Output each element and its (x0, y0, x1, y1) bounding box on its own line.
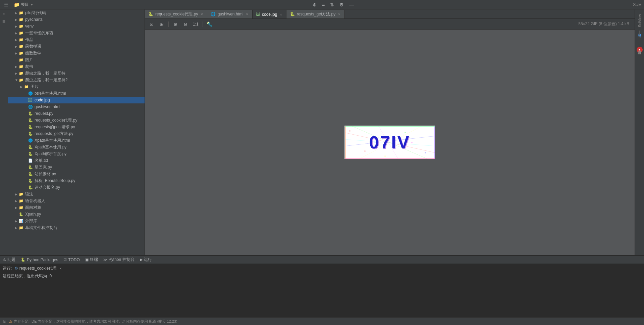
tree-item-images[interactable]: ▶ 📁 图片 (8, 56, 145, 63)
tree-item-works[interactable]: ▶ 📁 作品 (8, 36, 145, 43)
tree-item-xpath-py[interactable]: ▶ 🐍 Xpath基本使用.py (8, 144, 145, 150)
arrow-icon: ▶ (15, 31, 19, 35)
svg-rect-17 (345, 158, 435, 159)
project-label[interactable]: 项目 ▼ (21, 2, 34, 7)
arrow-icon: ▶ (15, 206, 19, 210)
sidebar: ▶ 📁 piloβ行代码 ▶ 📁 pyecharts ▶ 📁 venv (8, 9, 145, 255)
actual-size-btn[interactable]: ⊞ (158, 20, 166, 28)
arrow-icon: ▶ (15, 226, 19, 230)
py-file-icon: 🐍 (28, 125, 34, 129)
warning-icon: ⚠ (3, 258, 6, 262)
tree-item-req-cookie[interactable]: ▶ 🐍 requests_cookie代理.py (8, 117, 145, 124)
tree-item-beautifulsoup[interactable]: ▶ 🐍 解析_BeautifulSoup.py (8, 177, 145, 184)
list-icon[interactable]: ≡ (321, 1, 326, 8)
tab-gushiwen[interactable]: 🌐 gushiwen.html × (207, 10, 253, 18)
tree-item-req-post[interactable]: ▶ 🐍 requests的post请求.py (8, 124, 145, 130)
tab-requests-cookie[interactable]: 🐍 requests_cookie代理.py × (145, 10, 207, 18)
folder-icon: 📁 (19, 71, 24, 76)
tree-item-xpath-html[interactable]: ▶ 🌐 Xpath基本使用.html (8, 137, 145, 144)
workspace: ≡ ☰ ▶ 📁 piloβ行代码 ▶ 📁 pyecharts (0, 9, 644, 255)
tree-item-extlib[interactable]: ▶ 📊 外部库 (8, 218, 145, 224)
python-console-tab-btn[interactable]: ≫ Python 控制台 (103, 257, 135, 263)
run-panel-btn[interactable]: 运行 (636, 39, 643, 43)
notification-badge[interactable]: ● (637, 47, 643, 53)
arrow-icon: ▶ (15, 65, 19, 68)
tab-code-jpg[interactable]: 🖼 code.jpg × (253, 10, 286, 18)
py-file-icon: 🐍 (19, 212, 24, 217)
status-warning-text: 内存不足: IDE 内存不足，这可能会影响性能，请考虑增加可用堆。// 分析内存… (14, 319, 177, 324)
tree-item-webmaster[interactable]: ▶ 🐍 站长素材.py (8, 171, 145, 177)
tree-item-oop[interactable]: ▶ 📁 面向对象 (8, 204, 145, 211)
minimize-icon[interactable]: — (348, 1, 355, 8)
tree-item-namelist[interactable]: ▶ 📄 名单.txt (8, 157, 145, 164)
py-file-icon: 🐍 (28, 118, 34, 123)
run-tab-btn[interactable]: ▶ 运行 (140, 257, 152, 263)
zoom-in-btn[interactable]: ⊕ (171, 20, 179, 28)
py-file-icon: 🐍 (28, 185, 34, 190)
project-text: 项目 (21, 2, 29, 7)
sciview-panel-btn[interactable]: SciView (636, 12, 643, 29)
stripe-btn-1[interactable]: ≡ (1, 11, 7, 17)
tree-item-xpath-baidu[interactable]: ▶ 🐍 Xpath解析百度.py (8, 150, 145, 157)
status-warning-icon: ⚠ (9, 319, 12, 324)
arrow-icon: ▶ (20, 85, 24, 89)
tree-item-bs4[interactable]: ▶ 🌐 bs4基本使用.html (8, 90, 145, 97)
status-left: Ie ⚠ 内存不足: IDE 内存不足，这可能会影响性能，请考虑增加可用堆。//… (3, 319, 177, 324)
html-file-icon: 🌐 (28, 138, 34, 143)
tree-item-func-teach[interactable]: ▶ 📁 函数授课 (8, 43, 145, 50)
tree-item-codejpg[interactable]: ▶ 🖼 code.jpg (8, 97, 145, 103)
tree-item-spider2[interactable]: ▼ 📁 爬虫之路，我一定坚持2 (8, 77, 145, 83)
menu-icon[interactable]: ☰ (3, 1, 10, 8)
html-file-icon: 🌐 (28, 91, 34, 96)
folder-icon: 📁 (19, 58, 24, 62)
terminal-output[interactable]: 进程已结束，退出代码为 0 (3, 272, 641, 316)
folder-icon: 📁 (19, 31, 24, 35)
todo-tab-btn[interactable]: ☑ TODO (63, 258, 79, 262)
tree-item-robot[interactable]: ▶ 📁 语音机器人 (8, 197, 145, 204)
tree-item-venv[interactable]: ▶ 📁 venv (8, 23, 145, 30)
arrow-icon: ▶ (15, 219, 19, 223)
tree-item-pyecharts[interactable]: ▶ 📁 pyecharts (8, 16, 145, 23)
python-packages-tab-btn[interactable]: 🐍 Python Packages (21, 258, 58, 262)
tree-item-func-math[interactable]: ▶ 📁 函数数学 (8, 50, 145, 56)
sort-icon[interactable]: ⇅ (329, 1, 335, 8)
tree-item-request[interactable]: ▶ 🐍 request.py (8, 110, 145, 117)
tree-item-gushiwen[interactable]: ▶ 🌐 gushiwen.html (8, 103, 145, 110)
problems-tab-btn[interactable]: ⚠ 问题 (3, 257, 15, 263)
close-tab-btn[interactable]: × (279, 12, 282, 17)
close-tab-btn[interactable]: × (337, 12, 341, 16)
bottom-content: 运行: ⚙ requests_cookie代理 × 进程已结束，退出代码为 0 (0, 264, 644, 318)
fit-window-btn[interactable]: ⊡ (148, 20, 156, 28)
add-icon[interactable]: ⊕ (311, 1, 318, 8)
file-tree[interactable]: ▶ 📁 piloβ行代码 ▶ 📁 pyecharts ▶ 📁 venv (8, 9, 145, 255)
captcha-image: 07IV (344, 126, 435, 159)
tree-item-xpath-root[interactable]: ▶ 🐍 Xpath.py (8, 211, 145, 218)
terminal-tab-btn[interactable]: ▣ 终端 (85, 257, 98, 263)
far-right-panel: SciView 运行 ● 扩展功能 (635, 9, 644, 255)
tree-item-grammar[interactable]: ▶ 📁 语法 (8, 191, 145, 197)
run-close-btn[interactable]: × (59, 266, 62, 271)
tree-item-strange[interactable]: ▶ 📁 一些奇怪的东西 (8, 30, 145, 36)
more-panel-btn[interactable]: 扩展功能 (636, 55, 643, 59)
titlebar-right: SciV (633, 2, 641, 7)
settings-icon[interactable]: ⚙ (338, 1, 345, 8)
close-tab-btn[interactable]: × (246, 12, 249, 16)
tree-item-sports[interactable]: ▶ 🐍 运动会报名.py (8, 184, 145, 191)
close-tab-btn[interactable]: × (200, 12, 203, 16)
py-file-icon: 🐍 (28, 145, 34, 149)
color-pick-btn[interactable]: 🔦 (206, 20, 214, 28)
stripe-btn-2[interactable]: ☰ (1, 18, 7, 25)
folder-icon-title[interactable]: 📁 (12, 1, 21, 8)
tree-item-piloβ[interactable]: ▶ 📁 piloβ行代码 (8, 9, 145, 16)
tree-item-starbucks[interactable]: ▶ 🐍 星巴克.py (8, 164, 145, 171)
terminal-line: 进程已结束，退出代码为 0 (3, 273, 641, 279)
tree-item-req-get[interactable]: ▶ 🐍 resquests_get方法.py (8, 130, 145, 137)
zoom-out-btn[interactable]: ⊖ (181, 20, 190, 28)
tree-item-spider[interactable]: ▶ 📁 爬虫 (8, 63, 145, 70)
tab-resquests-get[interactable]: 🐍 resquests_get方法.py × (286, 10, 345, 18)
tree-item-spider1[interactable]: ▶ 📁 爬虫之路，我一定坚持 (8, 70, 145, 77)
ide-icon: Ie (3, 319, 6, 324)
tree-item-images2[interactable]: ▶ 📁 图片 (8, 83, 145, 90)
tree-item-scratch[interactable]: ▶ 📁 草稿文件和控制台 (8, 224, 145, 231)
arrow-icon: ▶ (15, 25, 19, 28)
